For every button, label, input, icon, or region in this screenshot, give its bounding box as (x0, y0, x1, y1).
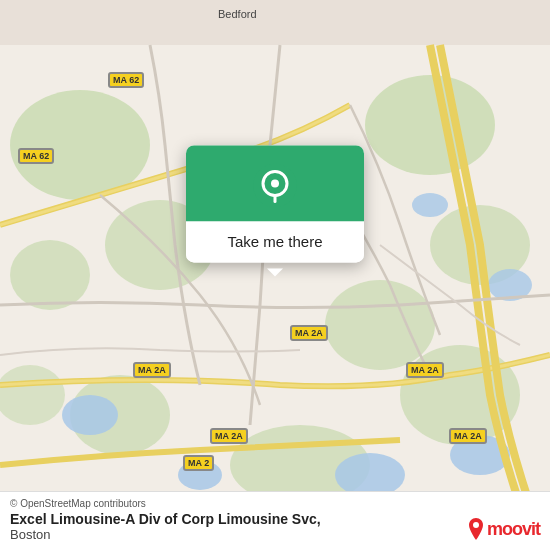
bottom-bar: © OpenStreetMap contributors Excel Limou… (0, 491, 550, 550)
popup-card: Take me there (186, 145, 364, 262)
svg-point-11 (62, 395, 118, 435)
business-city: Boston (10, 527, 540, 542)
road-badge-ma62-1: MA 62 (108, 72, 144, 88)
svg-point-4 (365, 75, 495, 175)
road-badge-ma62-2: MA 62 (18, 148, 54, 164)
road-badge-ma2a-5: MA 2A (449, 428, 487, 444)
map-container: Bedford MA 62 MA 62 MA 2A MA 2A MA 2A MA… (0, 0, 550, 550)
location-pin-icon (253, 163, 297, 207)
moovit-pin-icon (469, 518, 483, 540)
road-badge-ma2a-1: MA 2A (133, 362, 171, 378)
road-badge-ma2a-3: MA 2A (406, 362, 444, 378)
svg-point-15 (412, 193, 448, 217)
svg-point-19 (271, 179, 279, 187)
svg-point-6 (325, 280, 435, 370)
take-me-there-button[interactable]: Take me there (186, 221, 364, 262)
moovit-brand-text: moovit (487, 519, 540, 540)
road-badge-ma2: MA 2 (183, 455, 214, 471)
road-badge-ma2a-2: MA 2A (290, 325, 328, 341)
attribution-text: © OpenStreetMap contributors (10, 498, 540, 509)
svg-point-3 (10, 240, 90, 310)
road-badge-ma2a-4: MA 2A (210, 428, 248, 444)
moovit-logo: moovit (469, 518, 540, 540)
popup-icon-area (186, 145, 364, 221)
bedford-label: Bedford (218, 8, 257, 20)
business-name: Excel Limousine-A Div of Corp Limousine … (10, 511, 540, 527)
svg-point-20 (473, 522, 479, 528)
